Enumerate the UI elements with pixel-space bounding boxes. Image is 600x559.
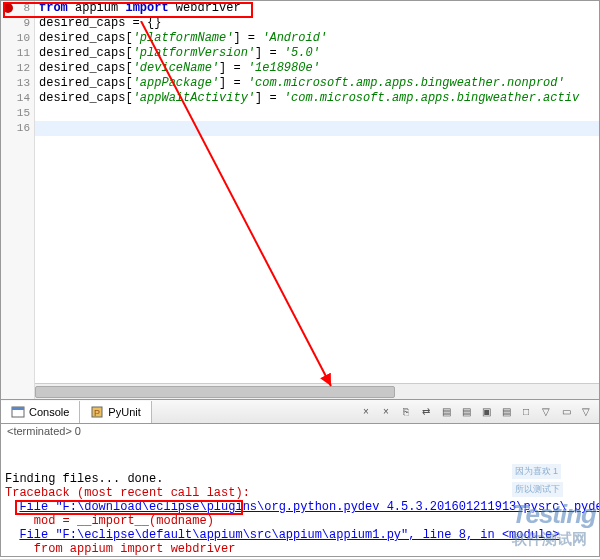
toolbar-button-0[interactable]: × <box>357 403 375 421</box>
tab-pyunit[interactable]: P PyUnit <box>80 401 151 423</box>
line-number: 8 <box>1 1 34 16</box>
code-line[interactable]: desired_caps['deviceName'] = '1e18980e' <box>35 61 599 76</box>
code-area[interactable]: from appium import webdriverdesired_caps… <box>35 1 599 399</box>
code-editor[interactable]: 8910111213141516 from appium import webd… <box>0 0 600 400</box>
line-number-gutter: 8910111213141516 <box>1 1 35 399</box>
code-line[interactable]: desired_caps['platformVersion'] = '5.0' <box>35 46 599 61</box>
code-line[interactable]: desired_caps['appPackage'] = 'com.micros… <box>35 76 599 91</box>
toolbar-button-11[interactable]: ▽ <box>577 403 595 421</box>
line-number: 16 <box>1 121 34 136</box>
code-line[interactable]: desired_caps['platformName'] = 'Android' <box>35 31 599 46</box>
code-line[interactable]: desired_caps['appWaitActivity'] = 'com.m… <box>35 91 599 106</box>
line-number: 10 <box>1 31 34 46</box>
toolbar-button-8[interactable]: □ <box>517 403 535 421</box>
horizontal-scrollbar[interactable] <box>35 383 599 399</box>
console-line: ImportError: cannot import name 'webdriv… <box>5 556 595 557</box>
line-number: 11 <box>1 46 34 61</box>
bottom-tabs-bar: Console P PyUnit ××⎘⇄▤▤▣▤□▽▭▽ <box>0 400 600 424</box>
toolbar-button-6[interactable]: ▣ <box>477 403 495 421</box>
line-number: 9 <box>1 16 34 31</box>
svg-rect-2 <box>12 407 24 410</box>
console-status: <terminated> 0 <box>0 424 600 442</box>
code-line[interactable]: desired_caps = {} <box>35 16 599 31</box>
pyunit-icon: P <box>90 405 104 419</box>
console-line: File "F:\eclipse\default\appium\src\appi… <box>5 528 595 542</box>
svg-text:P: P <box>94 408 100 418</box>
console-line: Traceback (most recent call last): <box>5 486 595 500</box>
console-line: from appium import webdriver <box>5 542 595 556</box>
console-icon <box>11 405 25 419</box>
toolbar-button-2[interactable]: ⎘ <box>397 403 415 421</box>
console-output[interactable]: Finding files... done.Traceback (most re… <box>0 442 600 557</box>
tab-label: Console <box>29 406 69 418</box>
line-number: 13 <box>1 76 34 91</box>
toolbar-button-7[interactable]: ▤ <box>497 403 515 421</box>
toolbar-button-4[interactable]: ▤ <box>437 403 455 421</box>
toolbar-button-10[interactable]: ▭ <box>557 403 575 421</box>
console-toolbar: ××⎘⇄▤▤▣▤□▽▭▽ <box>357 403 599 421</box>
tab-console[interactable]: Console <box>1 401 80 423</box>
code-line[interactable] <box>35 106 599 121</box>
toolbar-button-9[interactable]: ▽ <box>537 403 555 421</box>
line-number: 15 <box>1 106 34 121</box>
code-line[interactable]: from appium import webdriver <box>35 1 599 16</box>
traceback-link[interactable]: File "F:\download\eclipse\plugins\org.py… <box>19 500 600 514</box>
toolbar-button-3[interactable]: ⇄ <box>417 403 435 421</box>
line-number: 14 <box>1 91 34 106</box>
toolbar-button-5[interactable]: ▤ <box>457 403 475 421</box>
tab-label: PyUnit <box>108 406 140 418</box>
toolbar-button-1[interactable]: × <box>377 403 395 421</box>
console-line: mod = __import__(modname) <box>5 514 595 528</box>
console-line: Finding files... done. <box>5 472 595 486</box>
console-line: File "F:\download\eclipse\plugins\org.py… <box>5 500 595 514</box>
traceback-link[interactable]: File "F:\eclipse\default\appium\src\appi… <box>19 528 559 542</box>
scrollbar-thumb[interactable] <box>35 386 395 398</box>
line-number: 12 <box>1 61 34 76</box>
code-line[interactable] <box>35 121 599 136</box>
